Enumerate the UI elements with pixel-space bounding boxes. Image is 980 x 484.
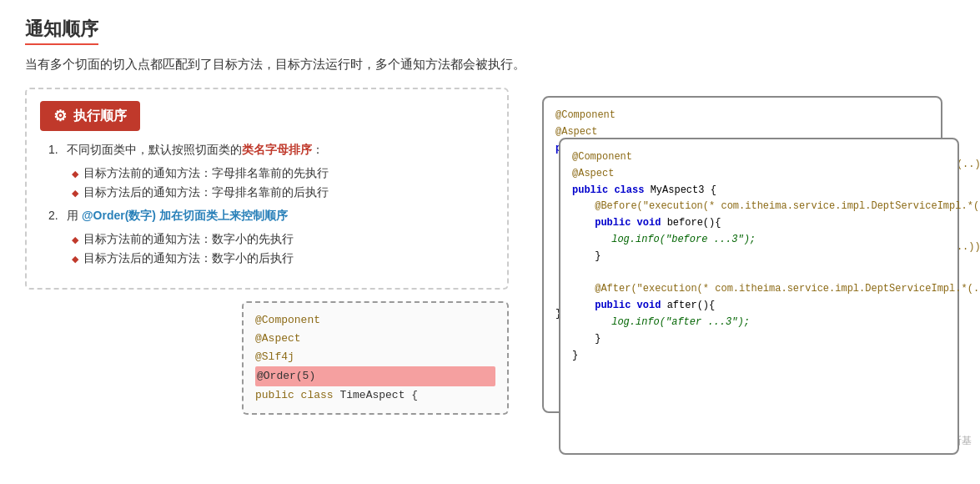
code-public-class: public class <box>255 389 334 401</box>
subtitle: 当有多个切面的切入点都匹配到了目标方法，目标方法运行时，多个通知方法都会被执行。 <box>25 57 955 73</box>
line-after-close-front: } <box>572 331 946 348</box>
left-panel: ⚙ 执行顺序 1. 不同切面类中，默认按照切面类的类名字母排序： ◆ <box>25 88 509 415</box>
annotation-order: @Order(5) <box>255 366 495 386</box>
highlight-classname: 类名字母排序 <box>242 143 312 156</box>
execution-header: ⚙ 执行顺序 <box>40 101 140 131</box>
line-before-close-front: } <box>572 249 946 265</box>
code-line-4: @Order(5) <box>255 366 495 386</box>
diamond-icon-3: ◆ <box>72 234 78 245</box>
code-card-myaspect3: @Component @Aspect public class MyAspect… <box>559 138 959 455</box>
sub-item-1-2: ◆ 目标方法后的通知方法：字母排名靠前的后执行 <box>72 185 494 200</box>
sub-item-2-2-text: 目标方法后的通知方法：数字小的后执行 <box>83 251 294 266</box>
execution-box: ⚙ 执行顺序 1. 不同切面类中，默认按照切面类的类名字母排序： ◆ <box>25 88 509 290</box>
code-classname: TimeAspect { <box>339 389 418 401</box>
content-area: ⚙ 执行顺序 1. 不同切面类中，默认按照切面类的类名字母排序： ◆ <box>25 88 955 438</box>
sub-item-2-1-text: 目标方法前的通知方法：数字小的先执行 <box>83 232 294 247</box>
line-empty-front <box>572 265 946 282</box>
page-container: 通知顺序 当有多个切面的切入点都匹配到了目标方法，目标方法运行时，多个通知方法都… <box>0 0 980 455</box>
sub-item-2-1: ◆ 目标方法前的通知方法：数字小的先执行 <box>72 232 494 247</box>
line-before-anno-front: @Before("execution(* com.itheima.service… <box>572 199 946 215</box>
sub-list-1: ◆ 目标方法前的通知方法：字母排名靠前的先执行 ◆ 目标方法后的通知方法：字母排… <box>72 166 494 200</box>
line-comp-front: @Component <box>572 149 946 166</box>
line-comp-back: @Component <box>555 108 929 124</box>
list-item-2-text: 用 @Order(数字) 加在切面类上来控制顺序 <box>67 209 288 224</box>
list-num-2: 2. <box>48 209 62 224</box>
list-item-2: 2. 用 @Order(数字) 加在切面类上来控制顺序 <box>48 209 494 224</box>
code-line-5: public class TimeAspect { <box>255 386 495 405</box>
page-title: 通知顺序 <box>25 17 98 45</box>
diamond-icon-4: ◆ <box>72 254 78 265</box>
diamond-icon-2: ◆ <box>72 188 78 199</box>
list-num-1: 1. <box>48 143 62 158</box>
right-container: @Component @Aspect public class MyAspect… <box>525 88 951 438</box>
line-class-front: public class MyAspect3 { <box>572 183 946 199</box>
line-before-method-front: public void before(){ <box>572 215 946 232</box>
annotation-slf4j: @Slf4j <box>255 350 294 363</box>
line-class-close-front: } <box>572 348 946 365</box>
highlight-order: @Order(数字) 加在切面类上来控制顺序 <box>82 209 288 222</box>
line-after-method-front: public void after(){ <box>572 298 946 315</box>
line-aspect-front: @Aspect <box>572 166 946 183</box>
code-line-3: @Slf4j <box>255 348 495 366</box>
sub-item-2-2: ◆ 目标方法后的通知方法：数字小的后执行 <box>72 251 494 266</box>
annotation-component: @Component <box>255 314 320 326</box>
line-after-log-front: log.info("after ...3"); <box>572 315 946 331</box>
annotation-aspect: @Aspect <box>255 332 301 345</box>
sub-item-1-1-text: 目标方法前的通知方法：字母排名靠前的先执行 <box>83 166 329 181</box>
gear-icon: ⚙ <box>53 107 67 125</box>
sub-list-2: ◆ 目标方法前的通知方法：数字小的先执行 ◆ 目标方法后的通知方法：数字小的后执… <box>72 232 494 266</box>
code-box-small: @Component @Aspect @Slf4j @Order(5) publ… <box>242 301 509 415</box>
line-before-log-front: log.info("before ...3"); <box>572 232 946 249</box>
list-item-1-text: 不同切面类中，默认按照切面类的类名字母排序： <box>67 143 324 158</box>
code-line-2: @Aspect <box>255 330 495 348</box>
sub-item-1-1: ◆ 目标方法前的通知方法：字母排名靠前的先执行 <box>72 166 494 181</box>
list-item-1: 1. 不同切面类中，默认按照切面类的类名字母排序： <box>48 143 494 158</box>
list-section: 1. 不同切面类中，默认按照切面类的类名字母排序： ◆ 目标方法前的通知方法：字… <box>40 143 494 266</box>
right-panel: @Component @Aspect public class MyAspect… <box>525 88 955 438</box>
sub-item-1-2-text: 目标方法后的通知方法：字母排名靠前的后执行 <box>83 185 329 200</box>
code-line-1: @Component <box>255 311 495 330</box>
diamond-icon: ◆ <box>72 169 78 179</box>
line-after-anno-front: @After("execution(* com.itheima.service.… <box>572 281 946 298</box>
execution-header-label: 执行顺序 <box>73 108 127 125</box>
